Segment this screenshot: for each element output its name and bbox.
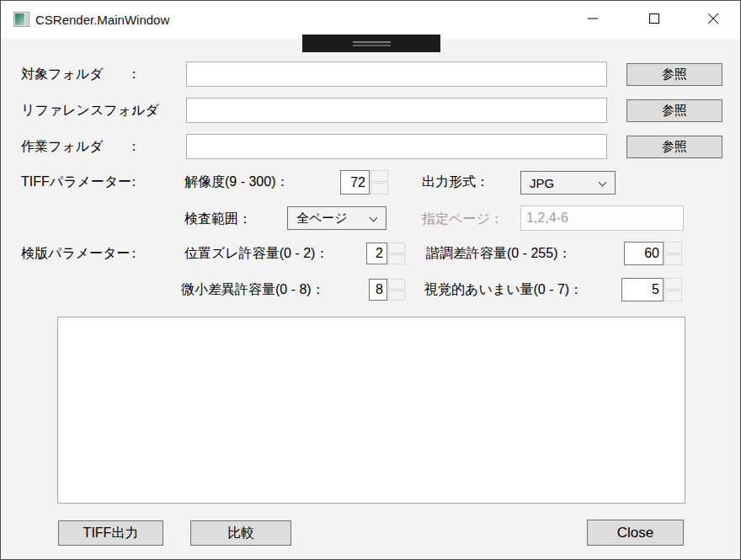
chevron-down-icon [599, 179, 607, 187]
work-folder-colon: ： [127, 134, 141, 159]
reference-folder-input[interactable] [186, 98, 607, 123]
target-folder-label: 対象フォルダ [21, 61, 104, 87]
reference-folder-colon: ： [127, 98, 141, 123]
close-icon [707, 13, 720, 25]
compare-button[interactable]: 比較 [190, 520, 291, 546]
grip-icon [353, 45, 391, 46]
visual-fuzz-spinner [664, 278, 682, 301]
position-tolerance-label: 位置ズレ許容量(0 - 2)： [184, 242, 328, 265]
tiff-section-colon: ： [127, 169, 141, 195]
target-folder-browse-button[interactable]: 参照 [626, 63, 722, 86]
minor-diff-tolerance-spinner [388, 279, 405, 301]
minimize-icon [588, 19, 598, 19]
work-folder-input[interactable] [186, 134, 607, 159]
maximize-button[interactable] [635, 1, 674, 36]
gradation-tolerance-label: 諧調差許容量(0 - 255)： [426, 242, 571, 265]
reference-folder-browse-button[interactable]: 参照 [626, 99, 722, 122]
log-output-textarea[interactable] [57, 317, 685, 504]
app-icon-pane [15, 13, 24, 25]
target-folder-input[interactable] [186, 61, 607, 87]
output-format-label: 出力形式： [422, 169, 489, 195]
minimize-button[interactable] [573, 1, 612, 36]
minor-diff-tolerance-input[interactable] [369, 279, 387, 301]
gradation-tolerance-spin-down-button[interactable] [664, 254, 682, 266]
scan-range-select[interactable]: 全ページ [287, 206, 386, 230]
close-action-button[interactable]: Close [587, 520, 684, 546]
visual-fuzz-input[interactable] [621, 278, 664, 301]
scan-range-value: 全ページ [296, 211, 348, 227]
resolution-spinner [370, 170, 388, 195]
title-bar: CSRender.MainWindow [2, 1, 739, 39]
maximize-icon [649, 13, 659, 24]
visual-fuzz-spin-up-button[interactable] [664, 278, 682, 290]
gradation-tolerance-input[interactable] [624, 242, 664, 265]
gradation-tolerance-spin-up-button[interactable] [664, 242, 682, 253]
main-window: CSRender.MainWindow 対象フォルダ ： 参照 リファレンスフォ… [0, 0, 741, 560]
window-title: CSRender.MainWindow [35, 1, 169, 39]
work-folder-label: 作業フォルダ [21, 134, 104, 159]
position-tolerance-spin-down-button[interactable] [388, 254, 405, 265]
grip-icon [353, 41, 391, 43]
minor-diff-tolerance-label: 微小差異許容量(0 - 8)： [181, 278, 325, 301]
chevron-down-icon [370, 214, 378, 222]
output-format-value: JPG [530, 176, 554, 190]
tiff-output-button[interactable]: TIFF出力 [58, 520, 163, 546]
resolution-label: 解像度(9 - 300)： [184, 169, 289, 195]
visual-fuzz-label: 視覚的あいまい量(0 - 7)： [424, 278, 583, 301]
scan-range-label: 検査範囲： [184, 206, 252, 232]
resolution-input[interactable] [340, 170, 370, 195]
tiff-section-label: TIFFパラメーター [21, 169, 131, 195]
check-section-label: 検版パラメーター [21, 242, 131, 265]
work-folder-browse-button[interactable]: 参照 [626, 136, 722, 158]
minor-diff-tolerance-spin-down-button[interactable] [388, 291, 405, 301]
gradation-tolerance-spinner [664, 242, 682, 265]
visual-fuzz-spin-down-button[interactable] [664, 291, 682, 302]
position-tolerance-spinner [388, 243, 405, 264]
check-section-colon: ： [127, 242, 141, 265]
minor-diff-tolerance-spin-up-button[interactable] [388, 279, 405, 290]
resolution-spin-down-button[interactable] [370, 183, 388, 195]
output-format-select[interactable]: JPG [520, 171, 616, 195]
resolution-spin-up-button[interactable] [370, 170, 388, 182]
target-folder-colon: ： [127, 61, 141, 87]
position-tolerance-input[interactable] [366, 243, 387, 264]
position-tolerance-spin-up-button[interactable] [388, 243, 405, 253]
app-icon [13, 12, 29, 27]
page-spec-label: 指定ページ： [422, 206, 504, 232]
close-button[interactable] [694, 1, 733, 36]
app-icon-side [25, 13, 28, 25]
page-spec-input[interactable] [520, 205, 684, 231]
overlay-toolbar-handle[interactable] [302, 35, 440, 52]
